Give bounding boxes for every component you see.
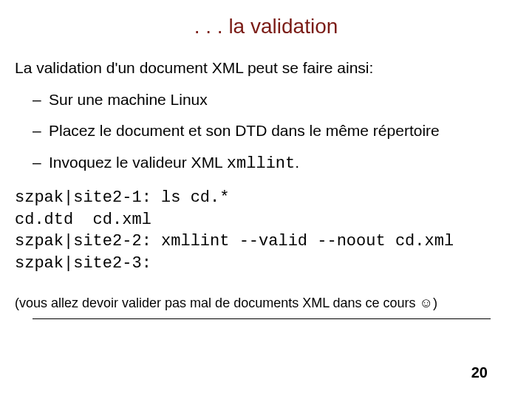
page-number: 20 [471,364,488,381]
footnote-post: ) [433,296,437,310]
divider [33,318,491,319]
bullet-item-1: Sur une machine Linux [15,90,517,109]
smiley-icon: ☺ [420,296,433,310]
footnote-pre: (vous allez devoir valider pas mal de do… [15,296,420,310]
bullet-list: Sur une machine Linux Placez le document… [15,90,517,174]
slide-body: La validation d'un document XML peut se … [15,59,517,319]
slide: . . . la validation La validation d'un d… [0,0,532,399]
bullet-3-posttext: . [295,154,299,171]
intro-text: La validation d'un document XML peut se … [15,59,517,77]
code-block: szpak|site2-1: ls cd.* cd.dtd cd.xml szp… [15,187,517,275]
bullet-3-command: xmllint [227,154,295,173]
bullet-item-2: Placez le document et son DTD dans le mê… [15,121,517,140]
bullet-3-pretext: Invoquez le valideur XML [49,154,227,171]
bullet-item-3: Invoquez le valideur XML xmllint. [15,153,517,174]
slide-title: . . . la validation [15,15,517,38]
footnote: (vous allez devoir valider pas mal de do… [15,296,517,311]
